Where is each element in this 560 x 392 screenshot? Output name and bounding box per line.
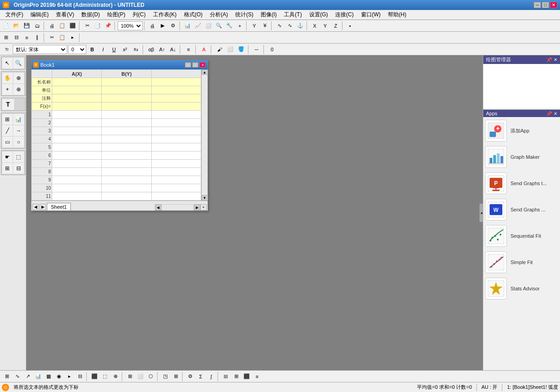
btn6[interactable]: ⚙: [168, 21, 178, 31]
fmt-btn1[interactable]: Tr: [2, 44, 12, 54]
underline-btn[interactable]: U: [109, 44, 119, 54]
cell-c11[interactable]: [151, 192, 201, 201]
btn7[interactable]: 📊: [183, 21, 193, 31]
sheet-next[interactable]: ▶: [40, 204, 46, 210]
book1-close[interactable]: ✕: [199, 62, 206, 68]
btb-btn7[interactable]: ▸: [64, 372, 74, 382]
circle-tool[interactable]: ○: [13, 137, 24, 147]
vertical-scrollbar[interactable]: ▲ ▼: [201, 69, 208, 201]
rect-tool[interactable]: ▭: [2, 137, 13, 147]
save-all-btn[interactable]: 🗂: [32, 21, 42, 31]
menu-item-I[interactable]: 图像(I): [257, 10, 280, 20]
font-size-dropdown[interactable]: 0 8 10 12: [68, 45, 86, 54]
pan-tool[interactable]: ✋: [2, 73, 13, 83]
btb-btn2[interactable]: ∿: [12, 372, 22, 382]
comment-b[interactable]: [102, 94, 151, 103]
cell-b2[interactable]: [102, 119, 151, 127]
unit-a[interactable]: [52, 86, 102, 94]
table-tool[interactable]: ⊞: [2, 114, 13, 125]
cell-a3[interactable]: [52, 127, 102, 135]
crosshair-tool[interactable]: ⊕: [13, 84, 24, 95]
dash-btn[interactable]: ─: [252, 44, 262, 54]
fx-a[interactable]: [52, 103, 102, 111]
cell-b9[interactable]: [102, 176, 151, 184]
col-c-header[interactable]: [151, 70, 201, 78]
btn2[interactable]: 📋: [57, 21, 67, 31]
wave2-btn[interactable]: ∿: [285, 21, 295, 31]
fx-c[interactable]: [151, 103, 201, 111]
btb-btn23[interactable]: ≡: [252, 372, 262, 382]
tb2-btn2[interactable]: ⊟: [11, 33, 21, 43]
cell-c3[interactable]: [151, 127, 201, 135]
print-btn[interactable]: 🖨: [47, 21, 57, 31]
cell-a9[interactable]: [52, 176, 102, 184]
long-name-a[interactable]: [52, 78, 102, 86]
sheet-add[interactable]: +: [200, 204, 207, 211]
wave1-btn[interactable]: ∿: [274, 21, 284, 31]
arrow-tool[interactable]: →: [13, 125, 24, 136]
cell-c8[interactable]: [151, 168, 201, 176]
fill-btn[interactable]: 🪣: [236, 44, 246, 54]
fx-b[interactable]: [102, 103, 151, 111]
tb2-btn6[interactable]: 📋: [57, 33, 67, 43]
btn12[interactable]: +: [235, 21, 245, 31]
book1-minimize[interactable]: ─: [185, 62, 191, 68]
scroll-down[interactable]: ▼: [202, 195, 208, 201]
workspace-panel-toggle[interactable]: ◂: [479, 204, 483, 222]
btb-btn11[interactable]: ⊕: [110, 372, 120, 382]
btb-btn22[interactable]: ⬛: [242, 372, 252, 382]
graph-tool[interactable]: 📊: [13, 114, 24, 125]
btb-btn6[interactable]: ◉: [54, 372, 64, 382]
apps-pin[interactable]: 📌: [546, 111, 552, 116]
app-item-stats-advisor[interactable]: Stats Advisor: [485, 277, 558, 300]
cell-a11[interactable]: [52, 192, 102, 201]
comment-c[interactable]: [151, 94, 201, 103]
btb-btn17[interactable]: ⚙: [185, 372, 195, 382]
btb-btn3[interactable]: ↗: [23, 372, 33, 382]
cell-b8[interactable]: [102, 168, 151, 176]
app-item-send-graphs-word[interactable]: W Send Graphs ...: [485, 198, 558, 221]
border-btn[interactable]: ⬜: [225, 44, 235, 54]
filter-btn[interactable]: Y: [249, 21, 259, 31]
close-button[interactable]: ✕: [550, 2, 557, 8]
cell-c10[interactable]: [151, 184, 201, 192]
minimize-button[interactable]: ─: [534, 2, 541, 8]
open-btn[interactable]: 📂: [11, 21, 21, 31]
btn11[interactable]: 🔧: [224, 21, 234, 31]
cell-b6[interactable]: [102, 152, 151, 160]
cell-c2[interactable]: [151, 119, 201, 127]
cell-c9[interactable]: [151, 176, 201, 184]
font-down-btn[interactable]: A↓: [168, 44, 178, 54]
cell-b1[interactable]: [102, 111, 151, 119]
cell-b10[interactable]: [102, 184, 151, 192]
line-draw-tool[interactable]: ╱: [2, 125, 13, 136]
wave3-btn[interactable]: ⚓: [295, 21, 305, 31]
btb-btn14[interactable]: ⬡: [146, 372, 156, 382]
sheet-prev[interactable]: ◀: [32, 204, 39, 210]
cell-a7[interactable]: [52, 160, 102, 168]
line-btn[interactable]: ≡: [183, 44, 193, 54]
cell-a2[interactable]: [52, 119, 102, 127]
save-btn[interactable]: 💾: [22, 21, 32, 31]
menu-item-C[interactable]: 列(C): [129, 10, 149, 20]
cell-b11[interactable]: [102, 192, 151, 201]
btb-btn21[interactable]: ⊞: [231, 372, 241, 382]
btb-btn4[interactable]: 📊: [33, 372, 43, 382]
menu-item-H[interactable]: 帮助(H): [384, 10, 410, 20]
unit-b[interactable]: [102, 86, 151, 94]
app-item-add-app[interactable]: + 添加App: [485, 119, 558, 142]
menu-item-C[interactable]: 连接(C): [332, 10, 357, 20]
col-b-header[interactable]: B(Y): [102, 70, 151, 78]
scale-out-btn[interactable]: ⊟: [13, 163, 24, 174]
cell-c7[interactable]: [151, 160, 201, 168]
col-a-header[interactable]: A(X): [52, 70, 102, 78]
cell-a6[interactable]: [52, 152, 102, 160]
xyz1-btn[interactable]: X: [310, 21, 320, 31]
graph-manager-close[interactable]: ✕: [554, 57, 557, 62]
zoom-in-tool[interactable]: ⊕: [13, 73, 24, 83]
scroll-up[interactable]: ▲: [202, 69, 208, 75]
cell-a5[interactable]: [52, 143, 102, 152]
color-a-btn[interactable]: A: [199, 44, 209, 54]
cell-a8[interactable]: [52, 168, 102, 176]
cell-b3[interactable]: [102, 127, 151, 135]
